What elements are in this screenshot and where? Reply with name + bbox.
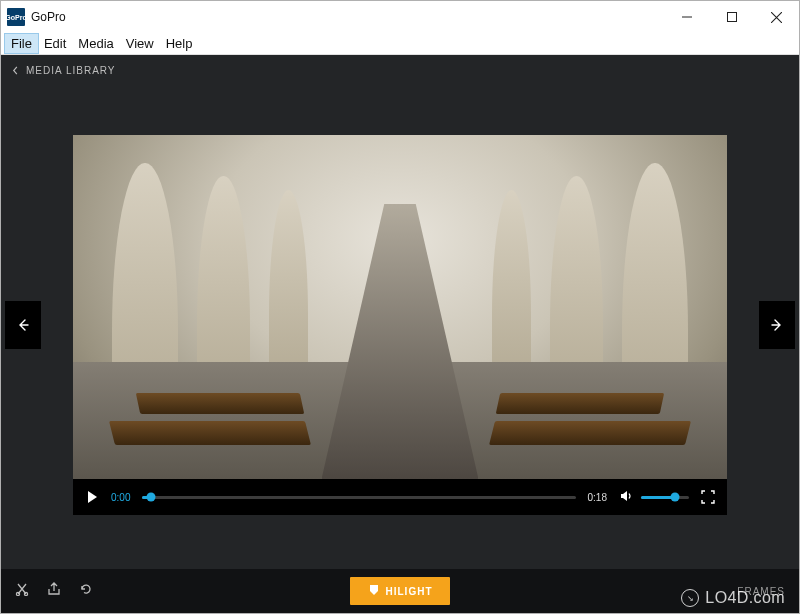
menu-edit[interactable]: Edit [38, 34, 72, 53]
video-canvas[interactable] [73, 135, 727, 479]
hilight-button[interactable]: HILIGHT [350, 577, 450, 605]
breadcrumb-label: MEDIA LIBRARY [26, 65, 116, 76]
close-button[interactable] [754, 1, 799, 33]
maximize-button[interactable] [709, 1, 754, 33]
play-button[interactable] [85, 490, 99, 504]
seek-bar[interactable] [142, 496, 575, 499]
frames-button[interactable]: FRAMES [737, 586, 785, 597]
hilight-label: HILIGHT [386, 586, 433, 597]
chevron-left-icon [11, 66, 20, 75]
play-icon [85, 490, 99, 504]
share-icon[interactable] [47, 582, 61, 600]
seek-knob[interactable] [147, 493, 156, 502]
next-media-button[interactable] [759, 301, 795, 349]
media-stage: 0:00 0:18 [73, 135, 727, 515]
player-controls: 0:00 0:18 [73, 479, 727, 515]
scene-pew [109, 421, 311, 445]
trim-icon[interactable] [15, 582, 29, 600]
volume-control [619, 489, 689, 505]
viewer-row: 0:00 0:18 [1, 85, 799, 569]
seek-track[interactable] [142, 496, 575, 499]
scene-pew [489, 421, 691, 445]
svg-rect-0 [727, 13, 736, 22]
scene-pew [136, 393, 304, 414]
menu-view[interactable]: View [120, 34, 160, 53]
window-controls [664, 1, 799, 33]
window-title: GoPro [31, 10, 66, 24]
fullscreen-button[interactable] [701, 490, 715, 504]
video-area: 0:00 0:18 [73, 135, 727, 515]
rotate-icon[interactable] [79, 582, 93, 600]
app-body: MEDIA LIBRARY [1, 55, 799, 613]
current-time: 0:00 [111, 492, 130, 503]
window-titlebar: GoPro GoPro [1, 1, 799, 33]
menubar: File Edit Media View Help [1, 33, 799, 55]
fullscreen-icon [701, 490, 715, 504]
breadcrumb[interactable]: MEDIA LIBRARY [1, 55, 799, 85]
arrow-left-icon [16, 318, 30, 332]
menu-media[interactable]: Media [72, 34, 119, 53]
hilight-icon [368, 584, 380, 598]
previous-media-button[interactable] [5, 301, 41, 349]
arrow-right-icon [770, 318, 784, 332]
scene-pew [496, 393, 664, 414]
duration: 0:18 [588, 492, 607, 503]
menu-file[interactable]: File [5, 34, 38, 53]
bottom-toolbar: HILIGHT FRAMES [1, 569, 799, 613]
app-icon: GoPro [7, 8, 25, 26]
app-window: GoPro GoPro File Edit Media View Help ME… [0, 0, 800, 614]
volume-track[interactable] [641, 496, 689, 499]
tool-icons [15, 582, 93, 600]
menu-help[interactable]: Help [160, 34, 199, 53]
volume-icon[interactable] [619, 489, 633, 505]
volume-knob[interactable] [670, 493, 679, 502]
minimize-button[interactable] [664, 1, 709, 33]
